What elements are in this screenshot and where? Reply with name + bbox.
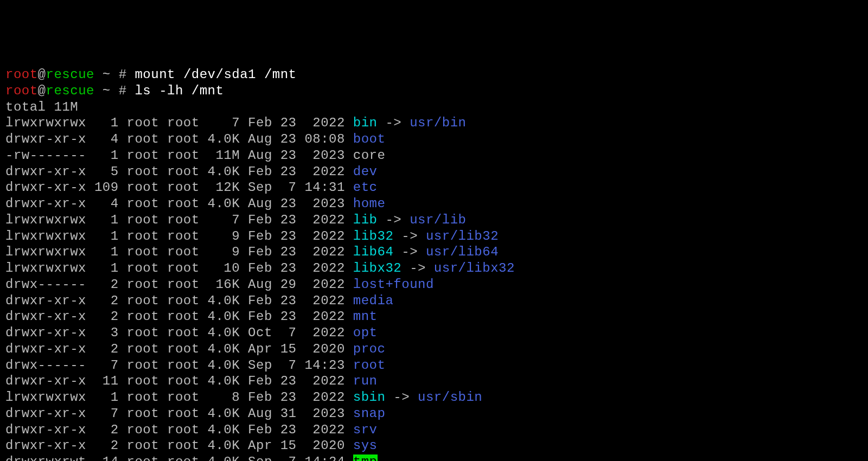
ls-filename: opt: [353, 325, 378, 340]
ls-entry: drwxr-xr-x 4 root root 4.0K Aug 23 08:08…: [5, 131, 863, 148]
ls-entry: drwxr-xr-x 2 root root 4.0K Apr 15 2020 …: [5, 341, 863, 357]
ls-meta: lrwxrwxrwx 1 root root 8 Feb 23 2022: [5, 390, 353, 405]
prompt-host: rescue: [46, 67, 94, 82]
ls-meta: drwx------ 2 root root 16K Aug 29 2022: [5, 277, 353, 292]
ls-meta: lrwxrwxrwx 1 root root 7 Feb 23 2022: [5, 213, 353, 227]
ls-meta: drwxr-xr-x 4 root root 4.0K Aug 23 2023: [5, 196, 353, 211]
ls-entry: drwxr-xr-x 2 root root 4.0K Feb 23 2022 …: [5, 422, 863, 438]
command-text: mount /dev/sda1 /mnt: [135, 67, 296, 82]
ls-meta: drwxr-xr-x 7 root root 4.0K Aug 31 2023: [5, 406, 353, 421]
ls-entry: lrwxrwxrwx 1 root root 8 Feb 23 2022 sbi…: [5, 389, 863, 406]
ls-filename: mnt: [353, 309, 378, 324]
ls-filename: proc: [353, 342, 386, 356]
ls-meta: drwxr-xr-x 2 root root 4.0K Feb 23 2022: [5, 422, 353, 437]
ls-meta: lrwxrwxrwx 1 root root 9 Feb 23 2022: [5, 245, 353, 259]
ls-entry: drwxr-xr-x 2 root root 4.0K Feb 23 2022 …: [5, 309, 863, 325]
ls-entry: -rw------- 1 root root 11M Aug 23 2023 c…: [5, 148, 863, 164]
ls-filename: dev: [353, 164, 378, 179]
ls-filename: boot: [353, 132, 386, 146]
symlink-target: usr/lib: [410, 213, 466, 227]
symlink-target: usr/libx32: [434, 261, 515, 276]
ls-meta: drwxrwxrwt 14 root root 4.0K Sep 7 14:24: [5, 454, 353, 461]
ls-total: total 11M: [5, 99, 863, 116]
ls-entry: drwxr-xr-x 2 root root 4.0K Apr 15 2020 …: [5, 438, 863, 454]
ls-meta: -rw------- 1 root root 11M Aug 23 2023: [5, 148, 353, 163]
symlink-target: usr/sbin: [418, 390, 482, 405]
prompt-at: @: [38, 84, 46, 98]
symlink-arrow: ->: [378, 213, 410, 227]
ls-entry: lrwxrwxrwx 1 root root 7 Feb 23 2022 bin…: [5, 115, 863, 131]
ls-meta: drwxr-xr-x 2 root root 4.0K Apr 15 2020: [5, 342, 353, 356]
command-line: root@rescue ~ # ls -lh /mnt: [5, 83, 863, 99]
prompt-hash: #: [119, 67, 135, 82]
ls-filename: sbin: [353, 390, 386, 405]
symlink-arrow: ->: [385, 390, 418, 405]
ls-filename: bin: [353, 116, 378, 130]
ls-filename: etc: [353, 180, 378, 195]
ls-filename: lib: [353, 213, 378, 227]
symlink-arrow: ->: [401, 261, 434, 276]
ls-filename: run: [353, 374, 378, 388]
ls-entry: drwxr-xr-x 5 root root 4.0K Feb 23 2022 …: [5, 164, 863, 180]
ls-entry: drwx------ 7 root root 4.0K Sep 7 14:23 …: [5, 357, 863, 374]
ls-entry: drwxr-xr-x 109 root root 12K Sep 7 14:31…: [5, 180, 863, 196]
ls-filename: sys: [353, 438, 378, 453]
ls-entry: lrwxrwxrwx 1 root root 7 Feb 23 2022 lib…: [5, 212, 863, 228]
ls-filename: lib64: [353, 245, 394, 259]
ls-meta: lrwxrwxrwx 1 root root 9 Feb 23 2022: [5, 229, 353, 244]
ls-filename: tmp: [353, 454, 378, 461]
ls-entry: drwxr-xr-x 2 root root 4.0K Feb 23 2022 …: [5, 293, 863, 309]
ls-meta: drwxr-xr-x 3 root root 4.0K Oct 7 2022: [5, 325, 353, 340]
ls-meta: drwxr-xr-x 2 root root 4.0K Apr 15 2020: [5, 438, 353, 453]
ls-meta: drwxr-xr-x 2 root root 4.0K Feb 23 2022: [5, 309, 353, 324]
ls-entry: lrwxrwxrwx 1 root root 9 Feb 23 2022 lib…: [5, 244, 863, 260]
ls-meta: drwxr-xr-x 4 root root 4.0K Aug 23 08:08: [5, 132, 353, 146]
ls-entry: lrwxrwxrwx 1 root root 10 Feb 23 2022 li…: [5, 260, 863, 277]
ls-filename: home: [353, 196, 386, 211]
prompt-user: root: [5, 67, 38, 82]
ls-entry: drwxr-xr-x 7 root root 4.0K Aug 31 2023 …: [5, 406, 863, 422]
ls-filename: media: [353, 293, 394, 308]
ls-meta: drwxr-xr-x 2 root root 4.0K Feb 23 2022: [5, 293, 353, 308]
ls-filename: snap: [353, 406, 386, 421]
command-line: root@rescue ~ # mount /dev/sda1 /mnt: [5, 67, 863, 83]
ls-filename: lib32: [353, 229, 394, 244]
prompt-cwd: ~: [94, 84, 119, 98]
ls-entry: drwxr-xr-x 3 root root 4.0K Oct 7 2022 o…: [5, 325, 863, 341]
symlink-arrow: ->: [393, 245, 426, 259]
ls-meta: drwx------ 7 root root 4.0K Sep 7 14:23: [5, 358, 353, 373]
prompt-user: root: [5, 84, 38, 98]
prompt-hash: #: [119, 84, 135, 98]
ls-meta: lrwxrwxrwx 1 root root 7 Feb 23 2022: [5, 116, 353, 130]
symlink-arrow: ->: [378, 116, 410, 130]
ls-filename: root: [353, 358, 386, 373]
symlink-target: usr/bin: [410, 116, 466, 130]
command-text: ls -lh /mnt: [135, 84, 224, 98]
ls-meta: drwxr-xr-x 11 root root 4.0K Feb 23 2022: [5, 374, 353, 388]
ls-entry: drwxr-xr-x 11 root root 4.0K Feb 23 2022…: [5, 373, 863, 389]
symlink-arrow: ->: [393, 229, 426, 244]
ls-entry: lrwxrwxrwx 1 root root 9 Feb 23 2022 lib…: [5, 228, 863, 245]
ls-meta: lrwxrwxrwx 1 root root 10 Feb 23 2022: [5, 261, 353, 276]
ls-filename: lost+found: [353, 277, 434, 292]
ls-filename: libx32: [353, 261, 401, 276]
ls-meta: drwxr-xr-x 109 root root 12K Sep 7 14:31: [5, 180, 353, 195]
prompt-host: rescue: [46, 84, 94, 98]
ls-entry: drwxr-xr-x 4 root root 4.0K Aug 23 2023 …: [5, 196, 863, 212]
ls-entry: drwxrwxrwt 14 root root 4.0K Sep 7 14:24…: [5, 454, 863, 461]
symlink-target: usr/lib64: [426, 245, 499, 259]
terminal-output[interactable]: root@rescue ~ # mount /dev/sda1 /mntroot…: [5, 67, 863, 461]
prompt-cwd: ~: [94, 67, 119, 82]
ls-filename: core: [353, 148, 386, 163]
ls-filename: srv: [353, 422, 378, 437]
ls-entry: drwx------ 2 root root 16K Aug 29 2022 l…: [5, 277, 863, 293]
prompt-at: @: [38, 67, 46, 82]
ls-meta: drwxr-xr-x 5 root root 4.0K Feb 23 2022: [5, 164, 353, 179]
symlink-target: usr/lib32: [426, 229, 499, 244]
